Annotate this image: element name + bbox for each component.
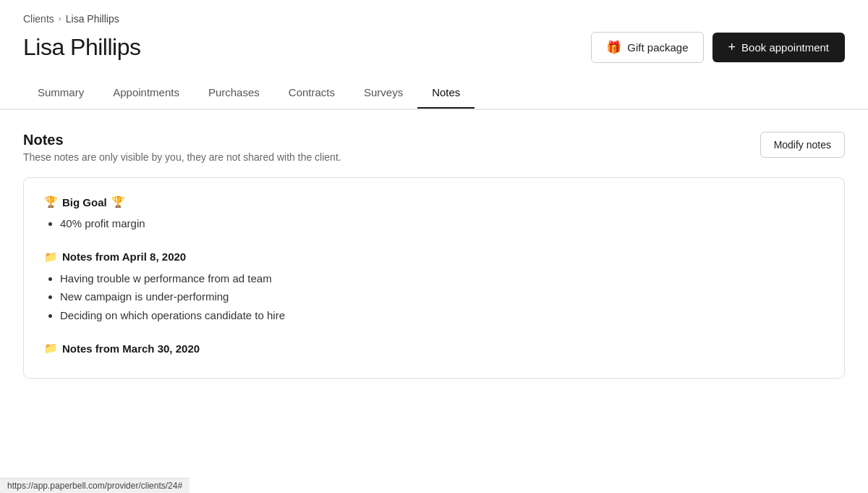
notes-section-2: 📁 Notes from March 30, 2020 xyxy=(44,342,824,355)
section-0-heading-text: Big Goal xyxy=(62,196,107,208)
section-2-heading-text: Notes from March 30, 2020 xyxy=(62,342,200,355)
notes-header-row: Notes These notes are only visible by yo… xyxy=(23,132,845,163)
notes-card: 🏆 Big Goal 🏆 40% profit margin 📁 Notes f… xyxy=(23,177,845,379)
notes-section-1: 📁 Notes from April 8, 2020 Having troubl… xyxy=(44,250,824,325)
breadcrumb-current: Lisa Phillips xyxy=(66,13,119,25)
trophy-icon-right: 🏆 xyxy=(111,195,125,208)
book-appointment-label: Book appointment xyxy=(741,41,829,54)
notes-section-0: 🏆 Big Goal 🏆 40% profit margin xyxy=(44,195,824,233)
plus-icon: + xyxy=(728,40,736,55)
notes-title-area: Notes These notes are only visible by yo… xyxy=(23,132,341,163)
list-item: Deciding on which operations candidate t… xyxy=(60,306,824,325)
header-area: Clients › Lisa Phillips Lisa Phillips 🎁 … xyxy=(0,0,868,109)
folder-icon-2: 📁 xyxy=(44,342,58,355)
list-item: 40% profit margin xyxy=(60,214,824,233)
modify-notes-button[interactable]: Modify notes xyxy=(760,132,845,158)
list-item: Having trouble w performance from ad tea… xyxy=(60,269,824,288)
tab-contracts[interactable]: Contracts xyxy=(274,79,349,109)
book-appointment-button[interactable]: + Book appointment xyxy=(712,33,845,62)
breadcrumb: Clients › Lisa Phillips xyxy=(23,13,845,25)
main-content: Notes These notes are only visible by yo… xyxy=(0,110,868,379)
page-title: Lisa Phillips xyxy=(23,34,140,61)
trophy-icon-left: 🏆 xyxy=(44,195,58,208)
section-2-heading: 📁 Notes from March 30, 2020 xyxy=(44,342,824,355)
breadcrumb-clients-link[interactable]: Clients xyxy=(23,13,54,25)
header-actions: 🎁 Gift package + Book appointment xyxy=(591,32,845,63)
tab-notes[interactable]: Notes xyxy=(417,79,475,109)
section-0-bullets: 40% profit margin xyxy=(44,214,824,233)
tab-surveys[interactable]: Surveys xyxy=(349,79,417,109)
section-0-heading: 🏆 Big Goal 🏆 xyxy=(44,195,824,208)
section-1-bullets: Having trouble w performance from ad tea… xyxy=(44,269,824,325)
list-item: New campaign is under-performing xyxy=(60,287,824,306)
gift-package-button[interactable]: 🎁 Gift package xyxy=(591,32,703,63)
tab-summary[interactable]: Summary xyxy=(23,79,98,109)
tabs-nav: Summary Appointments Purchases Contracts… xyxy=(23,76,845,109)
folder-icon-1: 📁 xyxy=(44,250,58,264)
notes-title: Notes xyxy=(23,132,341,148)
breadcrumb-chevron-icon: › xyxy=(59,14,61,24)
gift-icon: 🎁 xyxy=(606,40,621,55)
tab-appointments[interactable]: Appointments xyxy=(98,79,194,109)
gift-package-label: Gift package xyxy=(627,41,688,54)
section-1-heading: 📁 Notes from April 8, 2020 xyxy=(44,250,824,264)
notes-subtitle: These notes are only visible by you, the… xyxy=(23,151,341,163)
title-row: Lisa Phillips 🎁 Gift package + Book appo… xyxy=(23,32,845,76)
section-1-heading-text: Notes from April 8, 2020 xyxy=(62,250,186,263)
tab-purchases[interactable]: Purchases xyxy=(194,79,274,109)
